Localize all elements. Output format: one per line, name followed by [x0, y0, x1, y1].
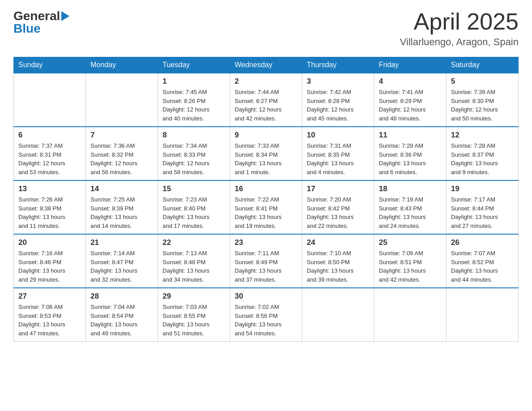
- calendar-day-cell: 1Sunrise: 7:45 AM Sunset: 8:26 PM Daylig…: [158, 73, 230, 127]
- calendar-day-cell: 29Sunrise: 7:03 AM Sunset: 8:55 PM Dayli…: [158, 288, 230, 342]
- calendar-day-cell: 30Sunrise: 7:02 AM Sunset: 8:56 PM Dayli…: [230, 288, 302, 342]
- svg-marker-0: [61, 11, 69, 21]
- day-number: 8: [163, 131, 225, 140]
- calendar-day-cell: 8Sunrise: 7:34 AM Sunset: 8:33 PM Daylig…: [158, 127, 230, 180]
- day-number: 25: [379, 238, 442, 247]
- weekday-header: Thursday: [302, 57, 374, 73]
- calendar-day-cell: 17Sunrise: 7:20 AM Sunset: 8:42 PM Dayli…: [302, 180, 374, 234]
- day-number: 12: [451, 131, 514, 140]
- calendar-day-cell: 14Sunrise: 7:25 AM Sunset: 8:39 PM Dayli…: [86, 180, 158, 234]
- day-number: 13: [18, 184, 81, 193]
- day-number: 6: [18, 131, 81, 140]
- day-info: Sunrise: 7:44 AM Sunset: 8:27 PM Dayligh…: [235, 88, 297, 123]
- day-info: Sunrise: 7:06 AM Sunset: 8:53 PM Dayligh…: [18, 303, 81, 338]
- calendar-day-cell: [374, 288, 446, 342]
- calendar-day-cell: 18Sunrise: 7:19 AM Sunset: 8:43 PM Dayli…: [374, 180, 446, 234]
- day-info: Sunrise: 7:17 AM Sunset: 8:44 PM Dayligh…: [451, 195, 514, 230]
- calendar-day-cell: [302, 288, 374, 342]
- day-info: Sunrise: 7:33 AM Sunset: 8:34 PM Dayligh…: [235, 141, 297, 176]
- logo: General Blue: [13, 9, 69, 36]
- calendar-day-cell: [86, 73, 158, 127]
- calendar-day-cell: 24Sunrise: 7:10 AM Sunset: 8:50 PM Dayli…: [302, 234, 374, 288]
- day-info: Sunrise: 7:42 AM Sunset: 8:28 PM Dayligh…: [307, 88, 369, 123]
- calendar-day-cell: 19Sunrise: 7:17 AM Sunset: 8:44 PM Dayli…: [446, 180, 519, 234]
- day-info: Sunrise: 7:22 AM Sunset: 8:41 PM Dayligh…: [235, 195, 297, 230]
- calendar-week-row: 6Sunrise: 7:37 AM Sunset: 8:31 PM Daylig…: [14, 127, 519, 180]
- day-info: Sunrise: 7:07 AM Sunset: 8:52 PM Dayligh…: [451, 249, 514, 284]
- day-number: 3: [307, 77, 369, 86]
- day-number: 26: [451, 238, 514, 247]
- calendar-day-cell: 26Sunrise: 7:07 AM Sunset: 8:52 PM Dayli…: [446, 234, 519, 288]
- calendar-week-row: 20Sunrise: 7:16 AM Sunset: 8:46 PM Dayli…: [14, 234, 519, 288]
- day-number: 24: [307, 238, 369, 247]
- day-info: Sunrise: 7:09 AM Sunset: 8:51 PM Dayligh…: [379, 249, 442, 284]
- day-info: Sunrise: 7:45 AM Sunset: 8:26 PM Dayligh…: [163, 88, 225, 123]
- day-number: 22: [163, 238, 225, 247]
- day-info: Sunrise: 7:37 AM Sunset: 8:31 PM Dayligh…: [18, 141, 81, 176]
- day-info: Sunrise: 7:03 AM Sunset: 8:55 PM Dayligh…: [163, 303, 225, 338]
- calendar-day-cell: [446, 288, 519, 342]
- day-number: 19: [451, 184, 514, 193]
- calendar-day-cell: 27Sunrise: 7:06 AM Sunset: 8:53 PM Dayli…: [14, 288, 86, 342]
- day-number: 2: [235, 77, 297, 86]
- day-info: Sunrise: 7:16 AM Sunset: 8:46 PM Dayligh…: [18, 249, 81, 284]
- day-number: 18: [379, 184, 442, 193]
- day-number: 28: [90, 292, 153, 301]
- day-number: 9: [235, 131, 297, 140]
- calendar-day-cell: 21Sunrise: 7:14 AM Sunset: 8:47 PM Dayli…: [86, 234, 158, 288]
- day-info: Sunrise: 7:14 AM Sunset: 8:47 PM Dayligh…: [90, 249, 153, 284]
- day-info: Sunrise: 7:25 AM Sunset: 8:39 PM Dayligh…: [90, 195, 153, 230]
- calendar-header-row: SundayMondayTuesdayWednesdayThursdayFrid…: [14, 57, 519, 73]
- day-info: Sunrise: 7:10 AM Sunset: 8:50 PM Dayligh…: [307, 249, 369, 284]
- calendar-day-cell: 15Sunrise: 7:23 AM Sunset: 8:40 PM Dayli…: [158, 180, 230, 234]
- calendar-week-row: 1Sunrise: 7:45 AM Sunset: 8:26 PM Daylig…: [14, 73, 519, 127]
- calendar-week-row: 27Sunrise: 7:06 AM Sunset: 8:53 PM Dayli…: [14, 288, 519, 342]
- day-info: Sunrise: 7:36 AM Sunset: 8:32 PM Dayligh…: [90, 141, 153, 176]
- calendar-day-cell: [14, 73, 86, 127]
- day-info: Sunrise: 7:13 AM Sunset: 8:48 PM Dayligh…: [163, 249, 225, 284]
- calendar-day-cell: 5Sunrise: 7:39 AM Sunset: 8:30 PM Daylig…: [446, 73, 519, 127]
- day-info: Sunrise: 7:04 AM Sunset: 8:54 PM Dayligh…: [90, 303, 153, 338]
- day-number: 29: [163, 292, 225, 301]
- calendar-day-cell: 12Sunrise: 7:28 AM Sunset: 8:37 PM Dayli…: [446, 127, 519, 180]
- day-info: Sunrise: 7:23 AM Sunset: 8:40 PM Dayligh…: [163, 195, 225, 230]
- page-subtitle: Villarluengo, Aragon, Spain: [400, 36, 519, 48]
- day-number: 17: [307, 184, 369, 193]
- page-header: General Blue April 2025 Villarluengo, Ar…: [13, 9, 519, 48]
- calendar-table: SundayMondayTuesdayWednesdayThursdayFrid…: [13, 57, 519, 342]
- day-number: 20: [18, 238, 81, 247]
- day-info: Sunrise: 7:02 AM Sunset: 8:56 PM Dayligh…: [235, 303, 297, 338]
- calendar-day-cell: 6Sunrise: 7:37 AM Sunset: 8:31 PM Daylig…: [14, 127, 86, 180]
- calendar-day-cell: 2Sunrise: 7:44 AM Sunset: 8:27 PM Daylig…: [230, 73, 302, 127]
- day-number: 7: [90, 131, 153, 140]
- day-info: Sunrise: 7:26 AM Sunset: 8:38 PM Dayligh…: [18, 195, 81, 230]
- weekday-header: Monday: [86, 57, 158, 73]
- day-info: Sunrise: 7:29 AM Sunset: 8:36 PM Dayligh…: [379, 141, 442, 176]
- calendar-day-cell: 13Sunrise: 7:26 AM Sunset: 8:38 PM Dayli…: [14, 180, 86, 234]
- day-info: Sunrise: 7:11 AM Sunset: 8:49 PM Dayligh…: [235, 249, 297, 284]
- calendar-day-cell: 23Sunrise: 7:11 AM Sunset: 8:49 PM Dayli…: [230, 234, 302, 288]
- day-number: 11: [379, 131, 442, 140]
- day-number: 16: [235, 184, 297, 193]
- day-info: Sunrise: 7:20 AM Sunset: 8:42 PM Dayligh…: [307, 195, 369, 230]
- logo-blue-text: Blue: [13, 21, 41, 35]
- calendar-week-row: 13Sunrise: 7:26 AM Sunset: 8:38 PM Dayli…: [14, 180, 519, 234]
- weekday-header: Sunday: [14, 57, 86, 73]
- day-info: Sunrise: 7:41 AM Sunset: 8:29 PM Dayligh…: [379, 88, 442, 123]
- calendar-day-cell: 28Sunrise: 7:04 AM Sunset: 8:54 PM Dayli…: [86, 288, 158, 342]
- title-block: April 2025 Villarluengo, Aragon, Spain: [400, 9, 519, 48]
- day-info: Sunrise: 7:28 AM Sunset: 8:37 PM Dayligh…: [451, 141, 514, 176]
- day-info: Sunrise: 7:34 AM Sunset: 8:33 PM Dayligh…: [163, 141, 225, 176]
- weekday-header: Friday: [374, 57, 446, 73]
- calendar-day-cell: 20Sunrise: 7:16 AM Sunset: 8:46 PM Dayli…: [14, 234, 86, 288]
- day-number: 14: [90, 184, 153, 193]
- day-number: 1: [163, 77, 225, 86]
- calendar-day-cell: 9Sunrise: 7:33 AM Sunset: 8:34 PM Daylig…: [230, 127, 302, 180]
- weekday-header: Tuesday: [158, 57, 230, 73]
- weekday-header: Wednesday: [230, 57, 302, 73]
- day-number: 4: [379, 77, 442, 86]
- calendar-day-cell: 3Sunrise: 7:42 AM Sunset: 8:28 PM Daylig…: [302, 73, 374, 127]
- day-number: 27: [18, 292, 81, 301]
- day-number: 15: [163, 184, 225, 193]
- calendar-day-cell: 7Sunrise: 7:36 AM Sunset: 8:32 PM Daylig…: [86, 127, 158, 180]
